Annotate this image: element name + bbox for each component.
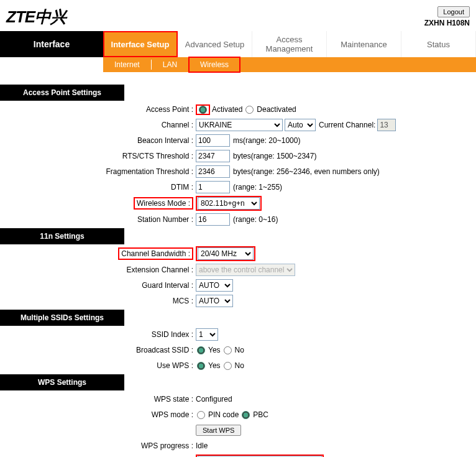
section-multiple-ssids: Multiple SSIDs Settings [0, 310, 476, 326]
nav-status[interactable]: Status [401, 31, 476, 57]
select-channel-bandwidth[interactable]: 20/40 MHz [198, 247, 254, 260]
text-deactivated: Deactivated [257, 105, 296, 114]
input-rts[interactable] [196, 150, 230, 162]
label-wps-progress: WPS progress : [0, 441, 196, 450]
logo: ZTE中兴 [6, 6, 66, 28]
section-title-11n: 11n Settings [0, 228, 124, 244]
input-current-channel [377, 119, 396, 131]
hint-frag: bytes(range: 256~2346, even numbers only… [233, 167, 380, 176]
section-wps: WPS Settings [0, 374, 476, 390]
nav-maintenance[interactable]: Maintenance [327, 31, 401, 57]
hint-beacon: ms(range: 20~1000) [233, 136, 300, 145]
label-station: Station Number : [0, 215, 196, 224]
text-pin: PIN code [208, 410, 239, 419]
label-wmode: Wireless Mode : [137, 199, 190, 208]
label-ext: Extension Channel : [0, 265, 196, 274]
subnav-wireless[interactable]: Wireless [189, 57, 240, 72]
label-mcs: MCS : [0, 297, 196, 305]
logout-button[interactable]: Logout [437, 6, 470, 17]
input-station[interactable] [196, 213, 230, 226]
nav-heading: Interface [0, 31, 103, 57]
highlight-activated [196, 104, 210, 115]
label-dtim: DTIM : [0, 183, 196, 192]
header-right: Logout ZXHN H108N [424, 6, 470, 27]
model-label: ZXHN H108N [424, 19, 470, 27]
select-mcs[interactable]: AUTO [196, 295, 233, 307]
section-access-point: Access Point Settings [0, 85, 476, 101]
radio-activated[interactable] [199, 106, 207, 114]
text-pbc: PBC [253, 410, 268, 419]
label-broadcast-ssid: Broadcast SSID : [0, 346, 196, 354]
label-channel: Channel : [0, 121, 196, 129]
start-wps-button[interactable]: Start WPS [196, 425, 241, 436]
input-beacon[interactable] [196, 134, 230, 147]
value-wps-progress: Idle [196, 441, 208, 450]
label-frag: Fragmentation Threshold : [0, 167, 196, 176]
select-ssid-index[interactable]: 1 [196, 328, 218, 341]
select-guard-interval[interactable]: AUTO [196, 279, 233, 292]
input-dtim[interactable] [196, 181, 230, 193]
section-11n: 11n Settings [0, 228, 476, 244]
label-wps-mode: WPS mode : [0, 410, 196, 419]
text-yes-2: Yes [208, 361, 221, 370]
label-current-channel: Current Channel: [319, 121, 375, 129]
label-beacon: Beacon Interval : [0, 136, 196, 145]
select-channel[interactable]: Auto [285, 119, 316, 131]
label-wps-state: WPS state : [0, 395, 196, 404]
radio-wps-yes[interactable] [197, 362, 205, 370]
nav-interface-setup[interactable]: Interface Setup [103, 31, 178, 57]
section-title-mssid: Multiple SSIDs Settings [0, 310, 124, 326]
section-title-ap: Access Point Settings [0, 85, 124, 101]
label-rts: RTS/CTS Threshold : [0, 152, 196, 160]
radio-pbc[interactable] [242, 411, 250, 419]
main-nav: Interface Interface Setup Advanced Setup… [0, 31, 476, 57]
label-guard: Guard Interval : [0, 281, 196, 290]
nav-access-management[interactable]: Access Management [252, 31, 327, 57]
nav-advanced-setup[interactable]: Advanced Setup [178, 31, 252, 57]
sub-nav: Internet LAN Wireless [103, 57, 476, 72]
radio-broadcast-no[interactable] [224, 346, 232, 354]
select-wireless-mode[interactable]: 802.11b+g+n [198, 197, 260, 210]
header: ZTE中兴 Logout ZXHN H108N [0, 0, 476, 31]
highlight-wmode-label: Wireless Mode : [134, 197, 193, 210]
hint-station: (range: 0~16) [233, 215, 278, 224]
input-frag[interactable] [196, 165, 230, 178]
value-wps-state: Configured [196, 395, 232, 404]
subnav-internet[interactable]: Internet [103, 57, 151, 72]
text-yes-1: Yes [208, 346, 221, 354]
label-cbw: Channel Bandwidth : [121, 249, 190, 258]
highlight-wmode-select: 802.11b+g+n [196, 196, 262, 211]
text-no-2: No [235, 361, 244, 370]
select-extension-channel: above the control channel [196, 264, 295, 276]
highlight-ssid-input [196, 455, 324, 457]
label-ssid-index: SSID Index : [0, 330, 196, 339]
label-access-point: Access Point : [0, 105, 196, 114]
radio-deactivated[interactable] [245, 106, 254, 114]
select-country[interactable]: UKRAINE [196, 119, 283, 131]
label-use-wps: Use WPS : [0, 361, 196, 370]
text-no-1: No [235, 346, 244, 354]
highlight-cbw-label: Channel Bandwidth : [118, 247, 193, 260]
subnav-lan[interactable]: LAN [152, 57, 188, 72]
radio-pin-code[interactable] [197, 411, 205, 419]
highlight-cbw-select: 20/40 MHz [196, 246, 255, 261]
section-title-wps: WPS Settings [0, 374, 124, 390]
text-activated: Activated [212, 105, 242, 114]
hint-dtim: (range: 1~255) [233, 183, 282, 192]
radio-wps-no[interactable] [224, 362, 232, 370]
radio-broadcast-yes[interactable] [197, 346, 205, 354]
hint-rts: bytes(range: 1500~2347) [233, 152, 316, 160]
